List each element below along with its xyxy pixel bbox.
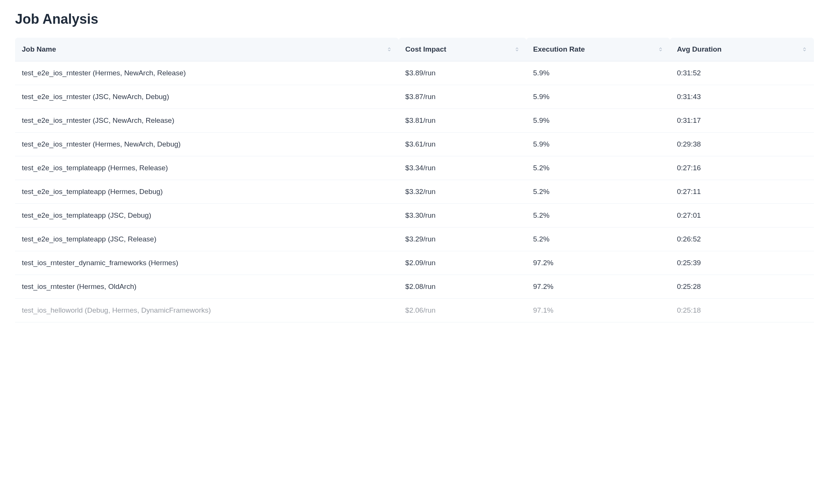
cell-avg-duration: 0:26:52: [670, 228, 814, 251]
cell-job-name: test_e2e_ios_templateapp (Hermes, Releas…: [15, 156, 399, 180]
table-row: test_ios_helloworld (Debug, Hermes, Dyna…: [15, 299, 814, 322]
cell-avg-duration: 0:29:38: [670, 133, 814, 156]
table-row: test_e2e_ios_rntester (JSC, NewArch, Rel…: [15, 109, 814, 133]
cell-cost-impact: $2.09/run: [399, 251, 526, 275]
table-row: test_e2e_ios_templateapp (Hermes, Releas…: [15, 156, 814, 180]
column-header-label: Execution Rate: [533, 45, 585, 53]
column-header-label: Job Name: [22, 45, 56, 53]
cell-execution-rate: 5.2%: [526, 156, 670, 180]
sort-icon[interactable]: [802, 47, 807, 52]
cell-job-name: test_e2e_ios_templateapp (JSC, Release): [15, 228, 399, 251]
cell-execution-rate: 5.2%: [526, 204, 670, 228]
cell-avg-duration: 0:25:18: [670, 299, 814, 322]
cell-execution-rate: 5.2%: [526, 228, 670, 251]
cell-execution-rate: 5.9%: [526, 109, 670, 133]
page-title: Job Analysis: [15, 11, 814, 27]
cell-cost-impact: $3.32/run: [399, 180, 526, 204]
cell-execution-rate: 5.9%: [526, 133, 670, 156]
cell-cost-impact: $3.87/run: [399, 85, 526, 109]
table-row: test_ios_rntester_dynamic_frameworks (He…: [15, 251, 814, 275]
cell-execution-rate: 5.9%: [526, 85, 670, 109]
cell-cost-impact: $3.30/run: [399, 204, 526, 228]
table-header-row: Job Name Cost Impact: [15, 38, 814, 61]
cell-execution-rate: 97.1%: [526, 299, 670, 322]
cell-cost-impact: $3.29/run: [399, 228, 526, 251]
job-analysis-table-container: Job Name Cost Impact: [15, 38, 814, 322]
table-row: test_e2e_ios_rntester (Hermes, NewArch, …: [15, 133, 814, 156]
cell-avg-duration: 0:27:01: [670, 204, 814, 228]
cell-job-name: test_e2e_ios_templateapp (Hermes, Debug): [15, 180, 399, 204]
cell-job-name: test_ios_helloworld (Debug, Hermes, Dyna…: [15, 299, 399, 322]
table-row: test_e2e_ios_rntester (Hermes, NewArch, …: [15, 61, 814, 85]
sort-icon[interactable]: [658, 47, 663, 52]
cell-avg-duration: 0:25:39: [670, 251, 814, 275]
cell-job-name: test_e2e_ios_rntester (JSC, NewArch, Rel…: [15, 109, 399, 133]
column-header-label: Cost Impact: [405, 45, 447, 53]
cell-cost-impact: $2.08/run: [399, 275, 526, 299]
cell-cost-impact: $3.89/run: [399, 61, 526, 85]
cell-job-name: test_ios_rntester (Hermes, OldArch): [15, 275, 399, 299]
cell-avg-duration: 0:31:43: [670, 85, 814, 109]
cell-job-name: test_e2e_ios_rntester (Hermes, NewArch, …: [15, 61, 399, 85]
cell-avg-duration: 0:31:52: [670, 61, 814, 85]
cell-cost-impact: $3.61/run: [399, 133, 526, 156]
column-header-job-name[interactable]: Job Name: [15, 38, 399, 61]
cell-execution-rate: 97.2%: [526, 275, 670, 299]
column-header-cost-impact[interactable]: Cost Impact: [399, 38, 526, 61]
cell-execution-rate: 97.2%: [526, 251, 670, 275]
cell-execution-rate: 5.2%: [526, 180, 670, 204]
cell-avg-duration: 0:27:11: [670, 180, 814, 204]
cell-avg-duration: 0:31:17: [670, 109, 814, 133]
sort-icon[interactable]: [514, 47, 520, 52]
table-row: test_ios_rntester (Hermes, OldArch)$2.08…: [15, 275, 814, 299]
cell-job-name: test_e2e_ios_rntester (Hermes, NewArch, …: [15, 133, 399, 156]
table-row: test_e2e_ios_templateapp (JSC, Debug)$3.…: [15, 204, 814, 228]
cell-avg-duration: 0:25:28: [670, 275, 814, 299]
cell-avg-duration: 0:27:16: [670, 156, 814, 180]
cell-job-name: test_ios_rntester_dynamic_frameworks (He…: [15, 251, 399, 275]
sort-icon[interactable]: [387, 47, 392, 52]
cell-execution-rate: 5.9%: [526, 61, 670, 85]
table-row: test_e2e_ios_templateapp (JSC, Release)$…: [15, 228, 814, 251]
cell-cost-impact: $3.34/run: [399, 156, 526, 180]
cell-cost-impact: $2.06/run: [399, 299, 526, 322]
cell-job-name: test_e2e_ios_templateapp (JSC, Debug): [15, 204, 399, 228]
cell-cost-impact: $3.81/run: [399, 109, 526, 133]
table-body: test_e2e_ios_rntester (Hermes, NewArch, …: [15, 61, 814, 322]
column-header-avg-duration[interactable]: Avg Duration: [670, 38, 814, 61]
job-analysis-table: Job Name Cost Impact: [15, 38, 814, 322]
cell-job-name: test_e2e_ios_rntester (JSC, NewArch, Deb…: [15, 85, 399, 109]
column-header-label: Avg Duration: [677, 45, 722, 53]
column-header-execution-rate[interactable]: Execution Rate: [526, 38, 670, 61]
table-row: test_e2e_ios_rntester (JSC, NewArch, Deb…: [15, 85, 814, 109]
table-row: test_e2e_ios_templateapp (Hermes, Debug)…: [15, 180, 814, 204]
